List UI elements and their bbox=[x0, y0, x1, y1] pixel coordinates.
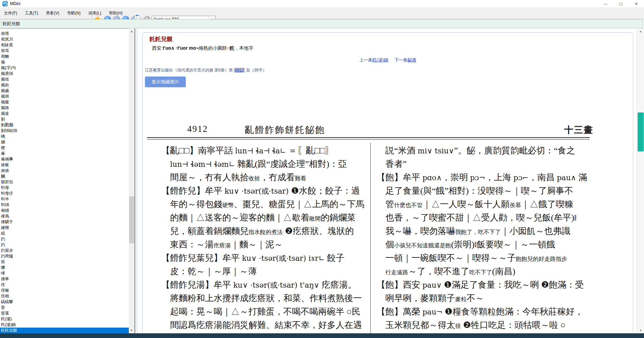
text-segment: ❷牲口吃足：頭牯喂～啦 ○ bbox=[461, 320, 566, 330]
text-segment: 【餶飵兒】牟平 bbox=[161, 186, 225, 196]
list-item[interactable]: 㸨母仔 bbox=[0, 191, 129, 196]
list-item[interactable]: 飥飥兒饃 bbox=[0, 328, 129, 333]
text-segment: ku∨ ·tsər(或·tsar) bbox=[225, 187, 291, 195]
list-item[interactable]: 祼馬 bbox=[0, 213, 129, 219]
scroll-up-icon[interactable]: ▲ bbox=[129, 29, 135, 34]
text-segment: mi∨ tsiu∨ bbox=[418, 147, 454, 155]
list-item[interactable]: 摧 bbox=[0, 151, 129, 156]
scan-header-characters: 亂餶飵飾餅飥飶飽 bbox=[245, 124, 325, 136]
scan-column-divider bbox=[370, 143, 371, 333]
list-item[interactable]: 程塔 bbox=[0, 31, 129, 37]
list-item[interactable]: 祼騾子 bbox=[0, 219, 129, 225]
list-item[interactable]: 故板 bbox=[0, 162, 129, 168]
text-segment: ，冇成看 bbox=[260, 173, 295, 182]
list-item[interactable]: 疰喉 bbox=[0, 288, 129, 293]
page-number-link[interactable]: 4912 bbox=[234, 68, 245, 73]
close-button[interactable]: ✕ bbox=[629, 0, 644, 7]
minimize-button[interactable]: — bbox=[598, 0, 613, 7]
list-item[interactable]: 相禩 bbox=[0, 208, 129, 213]
menu-item[interactable]: 文件(F) bbox=[3, 10, 18, 17]
list-item[interactable]: 程鉢窯 bbox=[0, 42, 129, 48]
text-segment: 不～ bbox=[467, 293, 484, 303]
text-segment: 的麵｜△送客的～迎客的麵｜△歇着 bbox=[170, 213, 309, 223]
maximize-button[interactable]: ▢ bbox=[613, 0, 629, 7]
list-item[interactable]: 嫘 bbox=[0, 139, 129, 145]
list-item[interactable]: 程尻川 bbox=[0, 37, 129, 42]
text-segment: ku∨ ·tsər(或·tsar) iɤr∟ bbox=[242, 254, 327, 262]
list-item[interactable]: 揭歲 bbox=[0, 88, 129, 94]
list-item[interactable]: 趵架步 bbox=[0, 248, 129, 253]
text-segment: 很 bbox=[455, 323, 461, 329]
sidebar-scrollbar[interactable]: ▲ ▼ bbox=[129, 29, 135, 333]
list-item[interactable]: 程離 bbox=[0, 54, 129, 59]
list-item[interactable]: 揭括 bbox=[0, 77, 129, 82]
list-item[interactable]: 緄 bbox=[0, 231, 129, 236]
list-item[interactable]: 疰 bbox=[0, 282, 129, 288]
scan-text-line: 香者” bbox=[377, 157, 595, 171]
list-item[interactable]: 揭款 bbox=[0, 82, 129, 88]
list-item[interactable]: 哪 bbox=[0, 265, 129, 271]
list-item[interactable]: 喎 bbox=[0, 134, 129, 139]
text-segment: 東西：～湯 bbox=[170, 240, 214, 249]
scan-text-line: 【餶飵兒湯】牟平 ku∨ ·tsər(或·tsar) t'aŋ∨ 疙瘩湯。 bbox=[161, 278, 369, 292]
sidebar-scrollbar-thumb[interactable] bbox=[129, 196, 134, 243]
scan-text-line: 間認爲疙瘩湯能消災解難、結束不幸，好多人在遇 bbox=[161, 319, 369, 332]
list-item[interactable]: 剝 bbox=[0, 116, 129, 122]
list-item[interactable]: 腒肝兒 bbox=[0, 179, 129, 185]
text-segment: 硬幣 bbox=[222, 202, 234, 208]
scan-text-line: 的麵｜△送客的～迎客的麵｜△歇着敞開的鍋爛菜 bbox=[161, 211, 369, 225]
list-item[interactable]: 揭路 bbox=[0, 105, 129, 111]
list-item[interactable]: 碻碻響 bbox=[0, 299, 129, 305]
menu-item[interactable]: 查看(V) bbox=[45, 10, 61, 17]
list-item[interactable]: 趵 bbox=[0, 242, 129, 248]
list-item[interactable]: 㸨頭 bbox=[0, 202, 129, 208]
scan-text-line: 管什麽也不管｜△一人喫～飯十人願羨慕｜△餓了喫糠 bbox=[377, 198, 595, 211]
list-item[interactable]: 趵死蟻 bbox=[0, 253, 129, 259]
list-item[interactable]: 窅落 bbox=[0, 310, 129, 316]
list-item[interactable]: 摧禍事 bbox=[0, 156, 129, 162]
text-segment: 兒，顡蓋着鍋爛麵兒 bbox=[170, 226, 249, 236]
list-item[interactable]: 踣 bbox=[0, 259, 129, 265]
list-item[interactable]: 揭班 bbox=[0, 94, 129, 99]
list-item[interactable]: 趵 bbox=[0, 236, 129, 242]
next-entry-link[interactable]: 飶酒 bbox=[408, 57, 416, 62]
scroll-up-icon[interactable]: ▲ bbox=[637, 29, 644, 34]
list-item[interactable]: 㘁 bbox=[0, 271, 129, 276]
list-item[interactable]: 梗 bbox=[0, 145, 129, 151]
list-item[interactable]: 㸨母 bbox=[0, 185, 129, 191]
scan-text-line: 説“米酒 mi∨ tsiu∨”。飶，廣韵質韵毗必切：“食之 bbox=[377, 144, 595, 157]
text-segment: (南昌) bbox=[492, 267, 515, 276]
list-item[interactable]: 故故 bbox=[0, 168, 129, 174]
list-item[interactable]: 疰相 bbox=[0, 293, 129, 299]
scroll-down-icon[interactable]: ▼ bbox=[637, 328, 644, 333]
list-item[interactable]: 揭 bbox=[0, 59, 129, 65]
list-item[interactable]: 揭腹 bbox=[0, 99, 129, 105]
list-item[interactable]: 觸 bbox=[0, 174, 129, 179]
toggle-image-button[interactable]: 显示/隐藏图片 bbox=[145, 77, 186, 87]
content-scrollbar[interactable]: ▲ ▼ bbox=[637, 29, 644, 333]
text-segment: 我～嚇，喫勿落嚇 bbox=[385, 226, 455, 236]
prev-entry-link[interactable]: 飥(湯)鍋 bbox=[372, 57, 388, 62]
list-item[interactable]: 揭(字)勻 bbox=[0, 65, 129, 71]
list-item[interactable]: 揭途 bbox=[0, 111, 129, 116]
dictionary-scan-image: 4912 亂餶飵飾餅飥飶飽 十三畫 【亂□□】南寧平話 lun⊣ ɬa⊣ ɬa∟… bbox=[145, 95, 632, 333]
entry-headword: 飥飥兒饃 bbox=[150, 35, 172, 43]
list-item[interactable]: 飥(湯)鍋 bbox=[0, 322, 129, 328]
list-item[interactable]: 搜草 bbox=[0, 276, 129, 282]
list-item[interactable]: 剝頭砍頭 bbox=[0, 128, 129, 134]
text-segment: 什麽也不管 bbox=[394, 202, 423, 208]
text-segment: 敞開 bbox=[309, 215, 321, 222]
menu-item[interactable]: 工具(T) bbox=[23, 10, 39, 17]
search-input[interactable] bbox=[1, 19, 643, 28]
list-item[interactable]: 揭房頭 bbox=[0, 71, 129, 77]
list-item[interactable]: 程耳 bbox=[0, 48, 129, 54]
text-segment: 間認爲疙瘩湯能消災解難、結束不幸，好多人在遇 bbox=[170, 320, 362, 330]
content-scrollbar-thumb[interactable] bbox=[638, 112, 644, 151]
scroll-down-icon[interactable]: ▼ bbox=[129, 328, 135, 333]
list-item[interactable]: 剝戮蠽 bbox=[0, 122, 129, 128]
menu-item[interactable]: 导航(N) bbox=[66, 10, 82, 17]
list-item[interactable]: 縺狸 bbox=[0, 225, 129, 231]
list-item[interactable]: 㸨牛 bbox=[0, 196, 129, 202]
list-item[interactable]: 窅 bbox=[0, 305, 129, 310]
list-item[interactable]: 飥(湯) bbox=[0, 316, 129, 322]
